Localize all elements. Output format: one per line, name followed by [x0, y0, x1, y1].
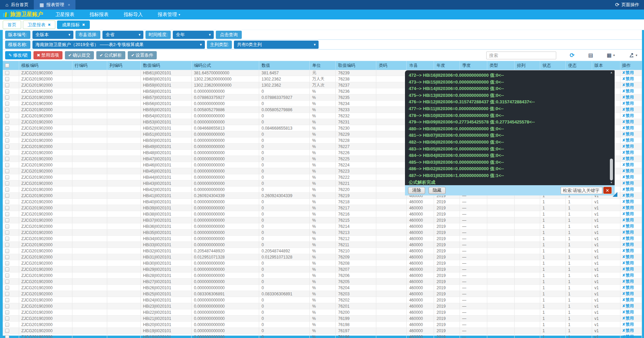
row-checkbox[interactable] — [5, 194, 9, 198]
main-column-type-select[interactable]: 共有0类主列 ▼ — [234, 41, 319, 49]
console-hide-button[interactable]: 隐藏 — [429, 187, 446, 194]
row-checkbox[interactable] — [5, 255, 9, 259]
disable-row-link[interactable]: ✘禁用 — [622, 175, 634, 179]
row-checkbox[interactable] — [5, 286, 9, 290]
scroll-down-icon[interactable]: ▼ — [610, 181, 613, 185]
disable-row-link[interactable]: ✘禁用 — [622, 205, 634, 210]
row-checkbox[interactable] — [5, 304, 9, 308]
disable-row-link[interactable]: ✘禁用 — [622, 224, 634, 229]
disable-row-link[interactable]: ✘禁用 — [622, 273, 634, 278]
row-checkbox[interactable] — [5, 274, 9, 278]
disable-row-link[interactable]: ✘禁用 — [622, 316, 634, 321]
row-checkbox[interactable] — [5, 151, 9, 155]
disable-row-link[interactable]: ✘禁用 — [622, 156, 634, 161]
disable-row-link[interactable]: ✘禁用 — [622, 310, 634, 314]
row-checkbox[interactable] — [5, 175, 9, 179]
row-checkbox[interactable] — [5, 310, 9, 314]
disable-row-link[interactable]: ✘禁用 — [622, 230, 634, 235]
select-all-header[interactable] — [3, 61, 19, 70]
disable-row-link[interactable]: ✘禁用 — [622, 193, 634, 198]
formula-parse-button[interactable]: ✔ 公式解析 — [96, 51, 125, 59]
row-checkbox[interactable] — [5, 108, 9, 112]
close-tab-icon[interactable]: ✖ — [48, 23, 51, 27]
row-checkbox[interactable] — [5, 138, 9, 143]
grid-view-icon[interactable]: ▦▼ — [607, 52, 615, 58]
close-tab-icon[interactable]: × — [68, 3, 70, 7]
row-checkbox[interactable] — [5, 298, 9, 302]
row-checkbox[interactable] — [5, 145, 9, 149]
row-checkbox[interactable] — [5, 323, 9, 327]
menu-item-indicator-import[interactable]: 指标导入 — [116, 12, 150, 18]
row-checkbox[interactable] — [5, 163, 9, 167]
time-select[interactable]: 全年 ▼ — [173, 31, 214, 39]
list-view-icon[interactable]: ▤ — [588, 52, 593, 58]
disable-row-link[interactable]: ✘禁用 — [622, 101, 634, 106]
modify-lock-button[interactable]: ✎ 修改/锁 — [5, 51, 31, 59]
page-operations-button[interactable]: ⟳ 页面操作 — [615, 2, 644, 8]
disable-row-link[interactable]: ✘禁用 — [622, 322, 634, 327]
disable-row-link[interactable]: ✘禁用 — [622, 285, 634, 290]
row-checkbox[interactable] — [5, 261, 9, 265]
disable-row-link[interactable]: ✘禁用 — [622, 138, 634, 143]
page-tab-result-indicators[interactable]: 成果指标 ✖ — [57, 20, 89, 29]
page-tab-satellite-report[interactable]: 卫星报表 ✖ — [23, 20, 55, 29]
disable-row-link[interactable]: ✘禁用 — [622, 242, 634, 247]
row-checkbox[interactable] — [5, 132, 9, 136]
disable-row-link[interactable]: ✘禁用 — [622, 70, 634, 75]
row-checkbox[interactable] — [5, 280, 9, 284]
confirm-submit-button[interactable]: ✔ 确认提交 — [65, 51, 94, 59]
row-checkbox[interactable] — [5, 231, 9, 235]
console-scrollbar[interactable]: ▲ ▼ — [609, 71, 614, 185]
disable-row-link[interactable]: ✘禁用 — [622, 144, 634, 149]
county-select[interactable]: 全省 ▼ — [102, 31, 143, 39]
disable-row-link[interactable]: ✘禁用 — [622, 211, 634, 216]
disable-row-link[interactable]: ✘禁用 — [622, 168, 634, 173]
row-checkbox[interactable] — [5, 181, 9, 186]
row-checkbox[interactable] — [5, 237, 9, 241]
disable-row-link[interactable]: ✘禁用 — [622, 199, 634, 204]
disable-row-link[interactable]: ✘禁用 — [622, 162, 634, 167]
disable-row-link[interactable]: ✘禁用 — [622, 187, 634, 192]
menu-item-indicator-report[interactable]: 指标报表 — [82, 12, 116, 18]
row-checkbox[interactable] — [5, 157, 9, 161]
scroll-up-icon[interactable]: ▲ — [610, 71, 613, 74]
disable-row-link[interactable]: ✘禁用 — [622, 181, 634, 186]
search-input[interactable] — [486, 52, 556, 59]
set-conditions-button[interactable]: ✔ 设置条件 — [128, 51, 157, 59]
disable-row-link[interactable]: ✘禁用 — [622, 304, 634, 308]
select-all-checkbox[interactable] — [5, 63, 9, 68]
console-resize-fold[interactable] — [613, 192, 617, 197]
row-checkbox[interactable] — [5, 212, 9, 216]
export-icon[interactable]: ▼ — [629, 53, 638, 58]
disable-row-link[interactable]: ✘禁用 — [622, 126, 634, 130]
disable-row-link[interactable]: ✘禁用 — [622, 261, 634, 265]
row-checkbox[interactable] — [5, 188, 9, 192]
refresh-icon[interactable]: ⟳ — [570, 52, 575, 59]
disable-options-button[interactable]: ✖ 禁用选项 — [33, 51, 62, 59]
row-checkbox[interactable] — [5, 292, 9, 296]
disable-row-link[interactable]: ✘禁用 — [622, 89, 634, 93]
row-checkbox[interactable] — [5, 267, 9, 271]
row-checkbox[interactable] — [5, 200, 9, 204]
row-checkbox[interactable] — [5, 335, 9, 338]
disable-row-link[interactable]: ✘禁用 — [622, 119, 634, 124]
version-select[interactable]: 全版本 ▼ — [32, 31, 73, 39]
row-checkbox[interactable] — [5, 169, 9, 173]
disable-row-link[interactable]: ✘禁用 — [622, 218, 634, 222]
disable-row-link[interactable]: ✘禁用 — [622, 254, 634, 259]
disable-row-link[interactable]: ✘禁用 — [622, 150, 634, 155]
console-close-button[interactable]: ✕ — [603, 187, 612, 194]
menu-item-report-management[interactable]: 报表管理 ▾ — [150, 12, 188, 18]
row-checkbox[interactable] — [5, 71, 9, 75]
console-clear-button[interactable]: 清除 — [408, 187, 425, 194]
disable-row-link[interactable]: ✘禁用 — [622, 267, 634, 271]
row-checkbox[interactable] — [5, 249, 9, 253]
disable-row-link[interactable]: ✘禁用 — [622, 83, 634, 87]
scrollbar-thumb[interactable] — [610, 159, 613, 180]
row-checkbox[interactable] — [5, 329, 9, 333]
disable-row-link[interactable]: ✘禁用 — [622, 291, 634, 296]
disable-row-link[interactable]: ✘禁用 — [622, 107, 634, 112]
menu-item-satellite-report[interactable]: 卫星报表 — [48, 12, 82, 18]
window-tab-report-management[interactable]: ▦ 报表管理 × — [34, 0, 75, 10]
row-checkbox[interactable] — [5, 89, 9, 93]
